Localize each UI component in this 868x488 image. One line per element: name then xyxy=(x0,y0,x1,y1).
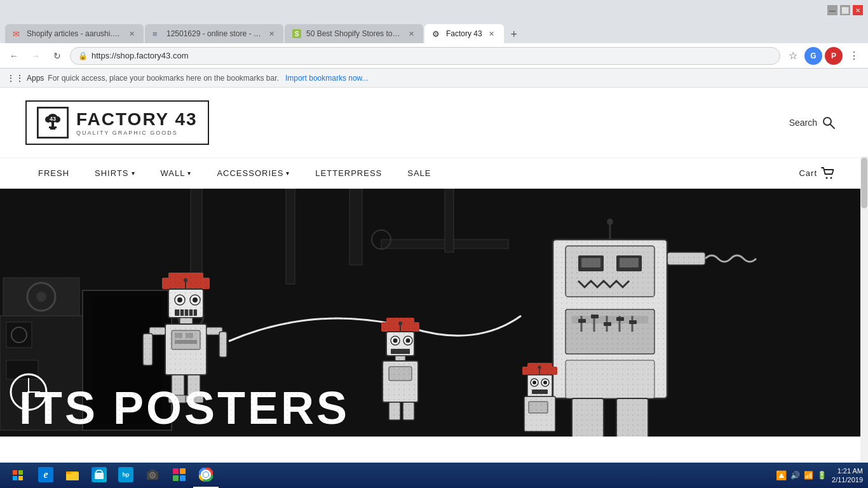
svg-rect-118 xyxy=(18,476,23,480)
nav-item-wall[interactable]: WALL ▾ xyxy=(148,158,205,188)
start-button[interactable] xyxy=(5,463,31,488)
apps-label: Apps xyxy=(27,74,44,83)
svg-point-11 xyxy=(831,177,832,179)
store-icon xyxy=(92,467,107,482)
svg-text:43: 43 xyxy=(50,116,56,122)
google-account-button[interactable]: G xyxy=(804,47,822,65)
lock-icon: 🔒 xyxy=(78,51,88,60)
site-navigation: FRESH SHIRTS ▾ WALL ▾ ACCESSORIES ▾ LETT… xyxy=(0,158,860,189)
svg-rect-121 xyxy=(66,471,71,474)
accessories-dropdown-arrow: ▾ xyxy=(286,170,290,177)
taskbar-app-edge[interactable]: e xyxy=(33,463,58,488)
cart-icon xyxy=(821,167,835,180)
edge-icon: e xyxy=(38,467,53,482)
import-bookmarks-link[interactable]: Import bookmarks now... xyxy=(285,74,369,83)
url-bar[interactable]: 🔒 https://shop.factory43.com xyxy=(70,47,780,65)
chrome-menu-button[interactable]: ⋮ xyxy=(845,47,863,65)
search-button[interactable]: Search xyxy=(789,116,835,129)
new-tab-button[interactable]: + xyxy=(505,25,523,43)
logo-icon-box: 43 xyxy=(37,107,69,139)
tab-close-4[interactable]: ✕ xyxy=(487,29,496,38)
svg-rect-117 xyxy=(13,476,17,480)
maximize-button[interactable]: ⬜ xyxy=(840,5,850,15)
forward-button[interactable]: → xyxy=(27,47,44,65)
tab-favicon-2: ≡ xyxy=(153,29,161,38)
svg-rect-114 xyxy=(0,189,860,437)
logo-emblem-svg: 43 xyxy=(38,108,67,137)
address-bar: ← → ↻ 🔒 https://shop.factory43.com ☆ G P… xyxy=(0,43,868,69)
hero-illustration: ITS POSTERS xyxy=(0,189,860,437)
hero-image: ITS POSTERS xyxy=(0,189,860,437)
taskbar-right: 🔼 🔊 📶 🔋 1:21 AM 2/11/2019 xyxy=(776,466,863,485)
taskbar-app-hp[interactable]: hp xyxy=(113,463,139,488)
nav-item-fresh[interactable]: FRESH xyxy=(25,158,82,188)
system-clock[interactable]: 1:21 AM 2/11/2019 xyxy=(832,466,863,485)
svg-rect-115 xyxy=(13,470,17,475)
tab-1[interactable]: ✉ Shopify articles - aarushi.wpc@g... ✕ xyxy=(5,24,144,43)
minimize-button[interactable]: — xyxy=(827,5,837,15)
taskbar-app-camera[interactable] xyxy=(140,463,165,488)
window-controls[interactable]: — ⬜ ✕ xyxy=(827,5,863,15)
svg-point-8 xyxy=(824,118,831,125)
search-icon xyxy=(822,116,835,129)
logo-main-text: FACTORY 43 xyxy=(76,109,198,130)
nav-item-letterpress[interactable]: LETTERPRESS xyxy=(302,158,395,188)
network-icon[interactable]: 📶 xyxy=(804,471,813,480)
tab-2[interactable]: ≡ 12501629 - online store - 10 Un... ✕ xyxy=(145,24,283,43)
windows-logo-icon xyxy=(13,470,23,480)
apps-link[interactable]: ⋮⋮ Apps xyxy=(6,73,44,83)
tab-4[interactable]: ⚙ Factory 43 ✕ xyxy=(424,24,504,43)
svg-rect-130 xyxy=(180,475,186,481)
nav-item-accessories[interactable]: ACCESSORIES ▾ xyxy=(204,158,302,188)
file-explorer-icon xyxy=(65,467,80,482)
scrollbar[interactable] xyxy=(860,156,868,488)
tab-close-2[interactable]: ✕ xyxy=(267,29,276,38)
cart-button[interactable]: Cart xyxy=(799,167,835,180)
bookmark-star-button[interactable]: ☆ xyxy=(784,47,802,65)
bookmarks-hint-text: For quick access, place your bookmarks h… xyxy=(48,74,368,83)
bookmarks-bar: ⋮⋮ Apps For quick access, place your boo… xyxy=(0,69,868,88)
tab-3[interactable]: S 50 Best Shopify Stores to Inspire... ✕ xyxy=(285,24,423,43)
tab-title-1: Shopify articles - aarushi.wpc@g... xyxy=(27,29,122,38)
svg-rect-127 xyxy=(173,468,179,474)
nav-item-sale[interactable]: SALE xyxy=(395,158,444,188)
close-button[interactable]: ✕ xyxy=(853,5,863,15)
taskbar-app-store[interactable] xyxy=(86,463,112,488)
svg-rect-4 xyxy=(51,122,54,127)
reload-button[interactable]: ↻ xyxy=(48,47,66,65)
tab-favicon-3: S xyxy=(292,29,301,38)
profile-button[interactable]: P xyxy=(825,47,843,65)
speaker-icon[interactable]: 🔊 xyxy=(790,471,800,480)
show-hidden-icons-button[interactable]: 🔼 xyxy=(776,470,787,480)
logo-sub-text: QUALITY GRAPHIC GOODS xyxy=(76,130,198,136)
site-logo[interactable]: 43 FACTORY 43 QUALITY GRAPHIC GOODS xyxy=(25,100,209,145)
url-text: https://shop.factory43.com xyxy=(92,51,772,60)
hp-icon: hp xyxy=(118,467,133,482)
system-tray-icons: 🔼 🔊 📶 🔋 xyxy=(776,470,827,480)
svg-rect-126 xyxy=(150,470,155,472)
logo-text: FACTORY 43 QUALITY GRAPHIC GOODS xyxy=(76,109,198,136)
tab-close-1[interactable]: ✕ xyxy=(127,29,136,38)
taskbar-app-explorer[interactable] xyxy=(60,463,85,488)
address-actions: ☆ G P ⋮ xyxy=(784,47,863,65)
website-content: 43 FACTORY 43 QUALITY GRAPHIC GOODS Sear… xyxy=(0,88,860,488)
title-bar: — ⬜ ✕ xyxy=(0,0,868,20)
svg-rect-122 xyxy=(95,473,104,479)
svg-line-9 xyxy=(831,125,834,128)
time-display: 1:21 AM xyxy=(832,466,863,475)
tab-title-2: 12501629 - online store - 10 Un... xyxy=(166,29,262,38)
taskbar-app-colorful[interactable] xyxy=(166,463,192,488)
tab-close-3[interactable]: ✕ xyxy=(407,29,416,38)
nav-item-shirts[interactable]: SHIRTS ▾ xyxy=(82,158,147,188)
svg-rect-116 xyxy=(18,470,23,475)
taskbar-apps: e xyxy=(33,463,219,488)
camera-icon xyxy=(145,467,160,482)
tab-title-3: 50 Best Shopify Stores to Inspire... xyxy=(306,29,402,38)
taskbar-app-chrome[interactable] xyxy=(193,463,219,488)
svg-rect-129 xyxy=(173,475,179,481)
scrollbar-thumb[interactable] xyxy=(861,158,867,208)
nav-links: FRESH SHIRTS ▾ WALL ▾ ACCESSORIES ▾ LETT… xyxy=(25,158,444,188)
back-button[interactable]: ← xyxy=(5,47,23,65)
battery-icon[interactable]: 🔋 xyxy=(817,471,827,480)
svg-point-125 xyxy=(151,474,154,477)
